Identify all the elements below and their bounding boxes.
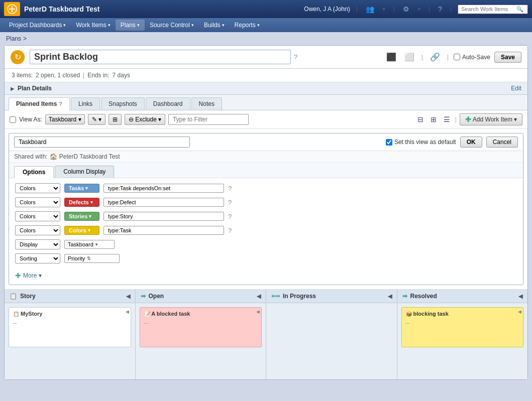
columns-icon: ⊞ <box>113 116 118 123</box>
config-panel: Set this view as default OK Cancel Share… <box>9 133 523 285</box>
nav-source-control[interactable]: Source Control ▾ <box>145 20 199 31</box>
open-card-blocked-task[interactable]: ◀ 📝 A blocked task -- <box>140 307 262 347</box>
open-col-icon: ➡ <box>141 293 146 300</box>
more-button[interactable]: ✚ More ▾ <box>15 272 42 280</box>
sorting-select[interactable]: Sorting <box>15 253 60 263</box>
tasks-tag[interactable]: Tasks ▾ <box>64 184 99 193</box>
breadcrumb-plans[interactable]: Plans <box>6 35 21 42</box>
exclude-btn[interactable]: ⊖ Exclude ▾ <box>125 114 165 125</box>
app-logo <box>4 2 20 16</box>
sprint-import-btn[interactable]: ⬜ <box>402 51 416 63</box>
display-select[interactable]: Display <box>15 239 60 249</box>
ok-button[interactable]: OK <box>460 137 482 148</box>
tasks-help-icon[interactable]: ? <box>228 185 232 192</box>
help-icon[interactable]: ? <box>294 53 297 61</box>
resolved-card-blocking-task[interactable]: ◀ 📦 blocking task -- <box>401 307 524 347</box>
sprint-title-input[interactable] <box>30 50 291 64</box>
sprint-link-btn[interactable]: 🔗 <box>428 51 442 63</box>
defects-help-icon[interactable]: ? <box>228 199 232 206</box>
tabs-bar: Planned Items ? Links Snapshots Dashboar… <box>5 95 527 110</box>
config-tab-column-display[interactable]: Column Display <box>55 166 114 178</box>
settings-icon-btn[interactable]: ⚙ <box>401 4 411 14</box>
story-card-mystory[interactable]: ◀ 📋 MyStory -- <box>9 307 131 347</box>
resolved-col-header: ➡ Resolved ◀ <box>397 290 528 303</box>
expand-all-btn[interactable]: ⊞ <box>429 114 439 124</box>
stories-help-icon[interactable]: ? <box>228 213 232 220</box>
config-tab-options[interactable]: Options <box>14 166 54 178</box>
defects-tag[interactable]: Defects ▾ <box>64 198 99 207</box>
config-row-tasks: Colors Tasks ▾ ? <box>15 183 517 193</box>
stories-type-input[interactable] <box>103 212 224 221</box>
card-collapse-icon[interactable]: ◀ <box>518 309 521 314</box>
auto-save-checkbox[interactable] <box>454 54 460 60</box>
colors-type-input[interactable] <box>103 226 224 235</box>
stories-colors-select[interactable]: Colors <box>15 211 60 221</box>
plus-icon: ✚ <box>465 115 471 123</box>
help-icon-btn[interactable]: ? <box>436 4 444 14</box>
chevron-down-icon: ▾ <box>89 214 91 219</box>
shared-with-row: Shared with: 🏠 PeterD Taskboard Test <box>9 151 523 163</box>
story-card-icon: 📋 <box>13 311 19 317</box>
stories-tag[interactable]: Stories ▾ <box>64 212 99 221</box>
select-all-checkbox[interactable] <box>10 116 16 123</box>
sprint-export-btn[interactable]: ⬛ <box>384 51 398 63</box>
sprint-stats: 3 items: 2 open, 1 closed | Ends in: 7 d… <box>5 69 527 82</box>
main-content: ? ⬛ ⬜ | 🔗 | Auto-Save Save 3 items: 2 op… <box>4 45 528 380</box>
cancel-button[interactable]: Cancel <box>486 137 518 148</box>
colors-help-icon[interactable]: ? <box>228 227 232 234</box>
collapse-all-btn[interactable]: ⊟ <box>415 114 425 124</box>
display-value-dropdown[interactable]: Taskboard ▾ <box>64 240 115 249</box>
tasks-colors-select[interactable]: Colors <box>15 183 60 193</box>
colors-colors-select[interactable]: Colors <box>15 225 60 235</box>
nav-plans[interactable]: Plans ▾ <box>116 20 145 31</box>
tasks-type-input[interactable] <box>103 184 224 193</box>
nav-work-items[interactable]: Work Items ▾ <box>71 20 115 31</box>
resolved-col-collapse-icon[interactable]: ◀ <box>518 293 522 300</box>
card-collapse-icon[interactable]: ◀ <box>126 309 129 314</box>
plan-details-bar[interactable]: ▶ Plan Details Edit <box>5 82 527 95</box>
tab-links[interactable]: Links <box>71 97 100 110</box>
config-name-input[interactable] <box>14 137 190 148</box>
view-as-dropdown[interactable]: Taskboard ▾ <box>45 114 85 124</box>
nav-project-dashboards[interactable]: Project Dashboards ▾ <box>4 20 71 31</box>
plan-details-edit-link[interactable]: Edit <box>511 85 521 92</box>
save-button[interactable]: Save <box>494 52 521 63</box>
resolved-col-body: ◀ 📦 blocking task -- <box>397 303 528 379</box>
add-work-item-button[interactable]: ✚ Add Work Item ▾ <box>460 113 522 125</box>
card-body: -- <box>144 320 258 326</box>
tab-help-icon[interactable]: ? <box>59 101 62 107</box>
inprogress-col-collapse-icon[interactable]: ◀ <box>388 293 392 300</box>
list-btn[interactable]: ☰ <box>442 114 452 124</box>
kanban-col-open: ➡ Open ◀ ◀ 📝 A blocked task -- <box>136 290 267 379</box>
search-input[interactable] <box>461 6 516 12</box>
breadcrumb: Plans > <box>0 32 532 45</box>
tab-dashboard[interactable]: Dashboard <box>146 97 190 110</box>
nav-builds[interactable]: Builds ▾ <box>199 20 230 31</box>
sorting-value-dropdown[interactable]: Priority ⇅ <box>64 254 120 263</box>
set-default-checkbox[interactable] <box>386 139 392 146</box>
nav-reports[interactable]: Reports ▾ <box>230 20 265 31</box>
card-collapse-icon[interactable]: ◀ <box>256 309 260 314</box>
tab-snapshots[interactable]: Snapshots <box>101 97 145 110</box>
chevron-down-icon: ▾ <box>63 23 66 28</box>
tab-notes[interactable]: Notes <box>191 97 222 110</box>
view-as-label: View As: <box>19 116 42 123</box>
plan-details-label: Plan Details <box>18 85 511 92</box>
chevron-down-icon: ▾ <box>222 23 225 28</box>
colors-tag[interactable]: Colors ▾ <box>64 226 99 235</box>
card-title: 📦 blocking task <box>406 311 519 317</box>
toolbar-right: ⊟ ⊞ ☰ | ✚ Add Work Item ▾ <box>415 113 522 125</box>
users-icon-btn[interactable]: 👥 <box>364 4 376 14</box>
defects-type-input[interactable] <box>103 198 224 207</box>
tab-planned-items[interactable]: Planned Items ? <box>9 97 70 110</box>
edit-btn[interactable]: ✎ ▾ <box>88 114 105 125</box>
columns-btn[interactable]: ⊞ <box>109 114 122 125</box>
top-bar-right: Owen, J A (John) | 👥 ▾ | ⚙ ▾ | ? | 🔍 <box>304 4 528 14</box>
inprogress-col-body <box>266 303 397 379</box>
chevron-down-icon: ▾ <box>257 23 260 28</box>
defects-colors-select[interactable]: Colors <box>15 197 60 207</box>
open-col-collapse-icon[interactable]: ◀ <box>257 293 261 300</box>
filter-input[interactable] <box>168 114 249 125</box>
story-col-collapse-icon[interactable]: ◀ <box>126 293 130 300</box>
set-default-label: Set this view as default <box>386 139 456 146</box>
